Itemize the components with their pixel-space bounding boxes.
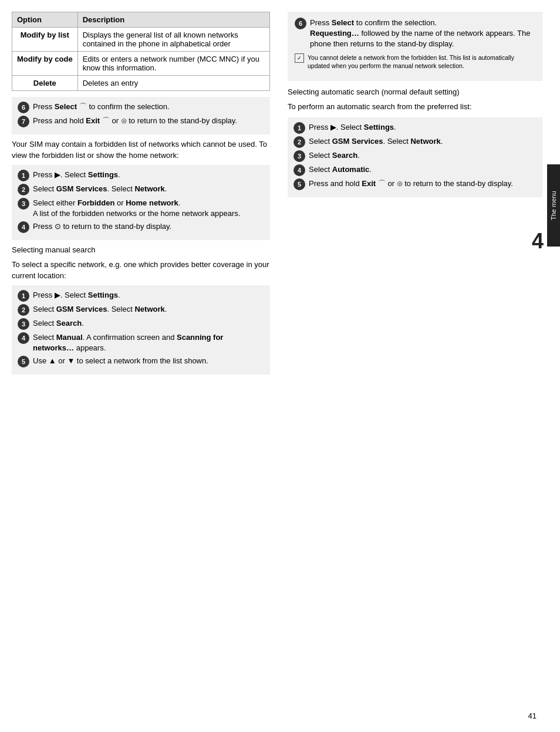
auto-step-2-text: Select GSM Services. Select Network. <box>309 136 537 147</box>
manual-step-1-num: 1 <box>18 290 29 302</box>
manual-search-heading: Selecting manual search <box>12 245 270 256</box>
main-content: Option Description Modify by list Displa… <box>12 12 542 716</box>
auto-step-1-text: Press ▶. Select Settings. <box>309 122 537 133</box>
auto-step-4-text: Select Automatic. <box>309 164 537 175</box>
forbidden-step-3: 3 Select either Forbidden or Home networ… <box>18 198 264 219</box>
desc-modify-by-list: Displays the general list of all known n… <box>77 28 269 52</box>
left-column: Option Description Modify by list Displa… <box>12 12 270 716</box>
manual-step-3-text: Select Search. <box>33 318 264 329</box>
forbidden-step-4: 4 Press ⊙ to return to the stand-by disp… <box>18 221 264 233</box>
table-row: Modify by code Edits or enters a network… <box>12 52 270 76</box>
right-note-block: ✓ You cannot delete a network from the f… <box>295 53 535 70</box>
auto-step-3-num: 3 <box>294 150 305 162</box>
shaded-auto-steps: 1 Press ▶. Select Settings. 2 Select GSM… <box>288 117 542 197</box>
step-7-num: 7 <box>18 116 29 127</box>
auto-step-3: 3 Select Search. <box>294 150 537 162</box>
step-7-block: 7 Press and hold Exit ⌒ or ⊙ to return t… <box>18 116 264 127</box>
auto-step-1: 1 Press ▶. Select Settings. <box>294 122 537 134</box>
auto-step-4: 4 Select Automatic. <box>294 164 537 176</box>
forbidden-step-2-num: 2 <box>18 184 29 195</box>
manual-search-intro: To select a specific network, e.g. one w… <box>12 259 270 282</box>
col-header-option: Option <box>12 12 78 28</box>
col-header-description: Description <box>77 12 269 28</box>
right-column: 6 Press Select to confirm the selection.… <box>282 12 542 716</box>
manual-step-4-text: Select Manual. A confirmation screen and… <box>33 332 264 353</box>
right-step-6-num: 6 <box>295 18 306 29</box>
forbidden-step-1-text: Press ▶. Select Settings. <box>33 170 264 180</box>
forbidden-step-3-text: Select either Forbidden or Home network.… <box>33 198 264 219</box>
step-6-block: 6 Press Select ⌒ to confirm the selectio… <box>18 102 264 113</box>
step-7-text: Press and hold Exit ⌒ or ⊙ to return to … <box>33 116 264 126</box>
manual-step-1: 1 Press ▶. Select Settings. <box>18 290 264 302</box>
manual-step-4-num: 4 <box>18 332 29 344</box>
step-6-num: 6 <box>18 102 29 113</box>
forbidden-intro: Your SIM may contain a forbidden list of… <box>12 139 270 161</box>
forbidden-step-4-num: 4 <box>18 221 29 233</box>
manual-step-5: 5 Use ▲ or ▼ to select a network from th… <box>18 356 264 367</box>
options-table: Option Description Modify by list Displa… <box>12 12 270 91</box>
auto-step-2: 2 Select GSM Services. Select Network. <box>294 136 537 148</box>
table-row: Modify by list Displays the general list… <box>12 28 270 52</box>
manual-step-3: 3 Select Search. <box>18 318 264 330</box>
auto-search-heading: Selecting automatic search (normal defau… <box>288 87 542 98</box>
chapter-number: 4 <box>532 229 544 254</box>
right-note-text: You cannot delete a network from the for… <box>308 53 535 70</box>
auto-step-4-num: 4 <box>294 164 305 176</box>
manual-step-2-text: Select GSM Services. Select Network. <box>33 304 264 315</box>
manual-step-5-text: Use ▲ or ▼ to select a network from the … <box>33 356 264 366</box>
manual-step-4: 4 Select Manual. A confirmation screen a… <box>18 332 264 353</box>
checkmark-icon: ✓ <box>295 53 304 63</box>
option-delete: Delete <box>12 76 78 91</box>
manual-step-3-num: 3 <box>18 318 29 330</box>
forbidden-step-1-num: 1 <box>18 170 29 181</box>
option-modify-by-code: Modify by code <box>12 52 78 76</box>
right-step-6: 6 Press Select to confirm the selection.… <box>295 18 535 50</box>
manual-step-5-num: 5 <box>18 356 29 367</box>
right-shaded-step6: 6 Press Select to confirm the selection.… <box>288 12 542 81</box>
manual-step-1-text: Press ▶. Select Settings. <box>33 290 264 301</box>
manual-step-2-num: 2 <box>18 304 29 316</box>
page-number: 41 <box>528 711 537 720</box>
shaded-forbidden-steps: 1 Press ▶. Select Settings. 2 Select GSM… <box>12 165 270 240</box>
forbidden-step-4-text: Press ⊙ to return to the stand-by displa… <box>33 221 264 232</box>
shaded-steps-6-7: 6 Press Select ⌒ to confirm the selectio… <box>12 97 270 134</box>
forbidden-step-3-num: 3 <box>18 198 29 210</box>
auto-step-5-num: 5 <box>294 178 305 190</box>
right-step-6-text: Press Select to confirm the selection. R… <box>310 18 535 50</box>
manual-step-2: 2 Select GSM Services. Select Network. <box>18 304 264 316</box>
forbidden-step-2-text: Select GSM Services. Select Network. <box>33 184 264 194</box>
page-layout: Option Description Modify by list Displa… <box>12 12 542 716</box>
table-row: Delete Deletes an entry <box>12 76 270 91</box>
the-menu-tab: The menu <box>547 164 560 247</box>
auto-step-5: 5 Press and hold Exit ⌒ or ⊙ to return t… <box>294 178 537 190</box>
desc-delete: Deletes an entry <box>77 76 269 91</box>
auto-step-3-text: Select Search. <box>309 150 537 161</box>
shaded-manual-steps: 1 Press ▶. Select Settings. 2 Select GSM… <box>12 285 270 375</box>
desc-modify-by-code: Edits or enters a network number (MCC MN… <box>77 52 269 76</box>
forbidden-step-1: 1 Press ▶. Select Settings. <box>18 170 264 181</box>
auto-search-intro: To perform an automatic search from the … <box>288 102 542 113</box>
step-6-text: Press Select ⌒ to confirm the selection. <box>33 102 264 112</box>
option-modify-by-list: Modify by list <box>12 28 78 52</box>
auto-step-5-text: Press and hold Exit ⌒ or ⊙ to return to … <box>309 178 537 189</box>
auto-step-1-num: 1 <box>294 122 305 134</box>
auto-step-2-num: 2 <box>294 136 305 148</box>
forbidden-step-2: 2 Select GSM Services. Select Network. <box>18 184 264 195</box>
